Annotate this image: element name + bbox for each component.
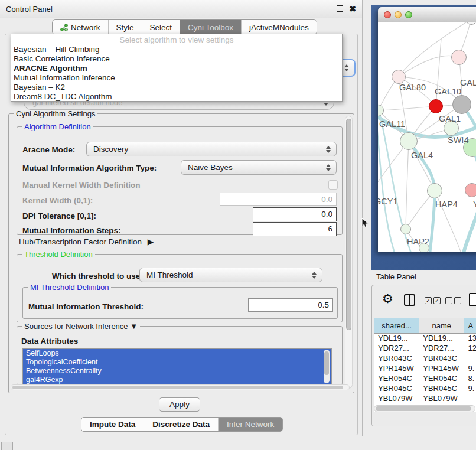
scrollbar-thumb[interactable] <box>12 386 343 389</box>
hub-factor-expander[interactable]: Hub/Transcription Factor Definition ▶ <box>19 237 154 246</box>
mi-type-combo[interactable]: Naive Bayes <box>181 160 337 175</box>
algorithm-option[interactable]: Bayesian – Hill Climbing <box>11 45 342 54</box>
kernel-width-field[interactable]: 0.0 <box>220 193 337 206</box>
checkbox-unchecked-icon <box>445 297 452 304</box>
table-cell: YBL079W <box>374 394 419 404</box>
network-node[interactable] <box>400 132 418 150</box>
column-header-name[interactable]: name <box>419 318 464 333</box>
scrollbar-thumb[interactable] <box>324 351 329 375</box>
column-header-partial[interactable]: A <box>464 318 476 333</box>
deselect-all-columns-icon[interactable] <box>445 297 461 304</box>
data-attribute-item[interactable]: SelfLoops <box>23 349 331 358</box>
tab-impute-data[interactable]: Impute Data <box>81 418 144 431</box>
data-attribute-item[interactable]: BetweennessCentrality <box>23 367 331 376</box>
table-row[interactable]: YBL079WYBL079W <box>374 394 476 404</box>
minimized-panel-chip[interactable] <box>1 442 13 450</box>
tab-style[interactable]: Style <box>109 20 142 34</box>
network-node[interactable] <box>427 183 442 198</box>
bottom-divider <box>0 436 476 436</box>
sources-title-text: Sources for Network Inference <box>24 322 128 331</box>
scrollbar-thumb[interactable] <box>376 406 471 411</box>
network-node-label: SWI4 <box>448 135 468 145</box>
which-threshold-value: MI Threshold <box>146 270 193 279</box>
cyni-algorithm-settings-title: Cyni Algorithm Settings <box>14 109 97 118</box>
table-panel-footer <box>372 412 476 426</box>
algorithm-option[interactable]: Dream8 DC_TDC Algorithm <box>11 92 342 102</box>
network-node[interactable] <box>392 70 406 84</box>
settings-vertical-scrollbar[interactable] <box>345 116 353 389</box>
document-icon[interactable] <box>469 293 476 306</box>
table-panel-title: Table Panel <box>376 272 416 281</box>
which-threshold-combo[interactable]: MI Threshold <box>139 268 322 282</box>
tab-network[interactable]: Network <box>53 20 109 34</box>
aracne-mode-combo[interactable]: Discovery <box>86 142 337 156</box>
table-row[interactable]: YDR27...YDR27...12 <box>374 344 476 354</box>
close-button[interactable]: ✖ <box>349 5 356 13</box>
table-cell: 8. <box>464 374 476 384</box>
sources-title: Sources for Network Inference ▼ <box>22 322 140 331</box>
data-attribute-item[interactable]: gal4RGexp <box>23 376 331 384</box>
table-row[interactable]: YPR145WYPR145W9. <box>374 364 476 374</box>
minimize-traffic-light-icon[interactable] <box>395 11 402 18</box>
network-node[interactable] <box>465 183 476 197</box>
zoom-traffic-light-icon[interactable] <box>405 11 412 18</box>
manual-kernel-checkbox[interactable] <box>328 180 338 190</box>
float-window-button[interactable] <box>337 5 343 13</box>
network-node-label: GAL10 <box>435 87 461 96</box>
tab-infer-network[interactable]: Infer Network <box>219 418 282 431</box>
scrollbar-thumb[interactable] <box>346 119 351 330</box>
table-settings-gear-icon[interactable]: ⚙ <box>382 292 393 306</box>
mi-steps-label: Mutual Information Steps: <box>22 226 121 235</box>
network-node-label: GAL4 <box>411 151 433 160</box>
network-window-titlebar[interactable] <box>378 7 476 22</box>
algorithm-option[interactable]: Basic Correlation Inference <box>11 54 342 64</box>
control-panel: Control Panel ✖ Network Style Select Cyn… <box>0 0 363 436</box>
settings-horizontal-scrollbar[interactable] <box>11 384 350 390</box>
mouse-cursor <box>361 217 369 229</box>
network-node[interactable] <box>451 50 467 65</box>
data-attributes-list[interactable]: SelfLoopsTopologicalCoefficientBetweenne… <box>22 348 332 386</box>
table-cell: YBR043C <box>374 354 419 364</box>
column-header-shared-name[interactable]: shared... <box>374 318 419 333</box>
network-node[interactable] <box>400 224 411 234</box>
close-traffic-light-icon[interactable] <box>384 11 391 18</box>
tab-jactivemnodules[interactable]: jActiveMNodules <box>242 20 317 34</box>
control-panel-title: Control Panel <box>6 5 331 14</box>
float-icon <box>337 5 343 12</box>
tab-select-label: Select <box>150 23 172 32</box>
network-node-label: HAP2 <box>407 237 429 246</box>
network-window[interactable]: GALGAL80GAL10GAL11GAL1SWI4GAL4GCY1HAP4YH… <box>378 7 476 252</box>
select-all-columns-icon[interactable]: ✓ ✓ <box>425 297 441 304</box>
table-panel: ⚙ ✓ ✓ shared... name A YDL19...YDL19...1… <box>371 285 476 426</box>
attributes-scrollbar[interactable] <box>324 350 330 383</box>
table-cell <box>464 354 476 364</box>
table-row[interactable]: YER054CYER054C8. <box>374 374 476 384</box>
algorithm-option[interactable]: ARACNE Algorithm <box>11 64 342 73</box>
network-node[interactable] <box>429 99 443 113</box>
table-horizontal-scrollbar[interactable] <box>374 405 475 412</box>
algorithm-option[interactable]: Mutual Information Inference <box>11 73 342 83</box>
dpi-tolerance-field[interactable]: 0.0 <box>253 207 337 221</box>
table-row[interactable]: YBR043CYBR043C <box>374 354 476 364</box>
table-row[interactable]: YBR045CYBR045C9. <box>374 384 476 394</box>
table-cell: YDR27... <box>419 344 464 354</box>
table-body: YDL19...YDL19...13YDR27...YDR27...12YBR0… <box>374 334 476 414</box>
network-node-label: HAP4 <box>435 200 458 209</box>
network-canvas[interactable]: GALGAL80GAL10GAL11GAL1SWI4GAL4GCY1HAP4YH… <box>378 22 476 252</box>
table-header-row: shared... name A <box>374 318 476 334</box>
dpi-tolerance-label: DPI Tolerance [0,1]: <box>22 211 96 220</box>
mi-threshold-field[interactable]: 0.5 <box>248 298 333 312</box>
tab-select[interactable]: Select <box>142 20 181 34</box>
mi-steps-field[interactable]: 6 <box>253 222 337 236</box>
apply-button[interactable]: Apply <box>159 397 200 412</box>
tab-cyni-toolbox[interactable]: Cyni Toolbox <box>180 20 242 34</box>
collapse-down-icon[interactable]: ▼ <box>130 322 138 331</box>
table-row[interactable]: YDL19...YDL19...13 <box>374 334 476 344</box>
combo-arrows-icon <box>312 271 317 279</box>
network-node[interactable] <box>452 95 471 114</box>
network-node-label: GAL11 <box>379 119 405 129</box>
split-view-icon[interactable] <box>404 294 415 306</box>
tab-discretize-data[interactable]: Discretize Data <box>144 418 219 431</box>
data-attribute-item[interactable]: TopologicalCoefficient <box>23 358 331 367</box>
algorithm-option[interactable]: Bayesian – K2 <box>11 83 342 92</box>
